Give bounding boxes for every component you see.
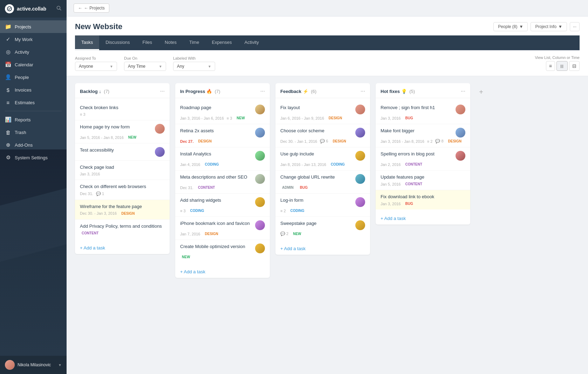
col-more-button[interactable]: ··· <box>461 88 465 94</box>
avatar <box>355 197 365 207</box>
sidebar-item-activity[interactable]: ◎ Activity <box>0 46 67 58</box>
tag-content: CONTENT <box>404 182 424 186</box>
sidebar-item-settings[interactable]: ⚙ System Settings <box>0 151 67 164</box>
sidebar-item-projects[interactable]: 📁 Projects <box>0 20 67 33</box>
sidebar-item-people[interactable]: 👤 People <box>0 71 67 84</box>
avatar <box>255 174 265 184</box>
project-area: New Website People (8) ▼ Project Info ▼ … <box>67 16 588 374</box>
sidebar-item-label: Add-Ons <box>15 142 33 148</box>
sidebar-item-reports[interactable]: 📊 Reports <box>0 113 67 126</box>
task-date: Dec 31. <box>80 192 93 196</box>
add-task-button[interactable]: + Add a task <box>275 242 370 255</box>
sidebar-item-estimates[interactable]: ≡ Estimates <box>0 96 67 109</box>
task-comment-count: 💬 6 <box>320 139 328 143</box>
list-view-button[interactable]: ≡ <box>546 61 555 71</box>
sidebar-item-trash[interactable]: 🗑 Trash <box>0 126 67 139</box>
tag-new: NEW <box>127 135 138 140</box>
tag-content: CONTENT <box>404 162 424 167</box>
column-view-button[interactable]: ⫼ <box>556 61 568 71</box>
tab-files[interactable]: Files <box>136 35 158 50</box>
settings-icon: ⚙ <box>5 154 11 161</box>
add-task-button[interactable]: + Add a task <box>376 212 470 225</box>
task-item[interactable]: Spelling errors in blog post Jan 2, 2016… <box>376 147 470 171</box>
task-item[interactable]: Check broken links ≡ 3 <box>75 101 170 120</box>
sidebar-item-mywork[interactable]: ✓ My Work <box>0 33 67 46</box>
col-more-button[interactable]: ··· <box>260 88 265 94</box>
col-more-button[interactable]: ··· <box>160 88 165 94</box>
task-name: Sweepstake page <box>280 220 353 227</box>
task-item[interactable]: Check on different web browsers Dec 31. … <box>75 180 170 200</box>
task-date: Dec 30. - Jan 3, 2016 <box>80 211 117 215</box>
task-item[interactable]: Add sharing widgets ≡ 3 CODING <box>175 194 270 217</box>
project-info-button[interactable]: Project Info ▼ <box>531 22 567 31</box>
tag-bug: BUG <box>404 116 415 120</box>
tab-time[interactable]: Time <box>183 35 205 50</box>
sidebar-item-addons[interactable]: ⊕ Add-Ons <box>0 139 67 151</box>
task-item[interactable]: Update features page Jan 5, 2016 CONTENT <box>376 171 470 190</box>
task-date: Jan 4, 2016 <box>180 162 200 167</box>
tab-activity[interactable]: Activity <box>238 35 265 50</box>
task-item[interactable]: Add Privacy Policy, terms and conditions… <box>75 220 170 239</box>
tab-tasks[interactable]: Tasks <box>75 35 99 50</box>
assigned-to-select[interactable]: Anyone ▼ <box>75 62 117 71</box>
assigned-to-label: Assigned To <box>75 56 117 60</box>
add-task-button[interactable]: + Add a task <box>75 242 170 254</box>
task-item[interactable]: Test accessibility <box>75 143 170 161</box>
task-name: Update features page <box>381 174 465 180</box>
tab-discussions[interactable]: Discussions <box>99 35 136 50</box>
col-more-button[interactable]: ··· <box>361 88 365 94</box>
task-item[interactable]: Check page load Jan 3, 2016 <box>75 161 170 180</box>
app-logo[interactable]: active.collab <box>5 4 46 13</box>
task-item[interactable]: Wireframe for the feature page Dec 30. -… <box>75 200 170 220</box>
task-item[interactable]: iPhone bookmark icon and favicon Jan 7, … <box>175 217 270 240</box>
task-item[interactable]: Home page try now form Jan 5, 2016 - Jan… <box>75 120 170 143</box>
sidebar-item-calendar[interactable]: 📅 Calendar <box>0 58 67 71</box>
back-to-projects-button[interactable]: ← ← Projects <box>74 4 109 13</box>
task-name: Make font bigger <box>381 128 453 134</box>
task-name: Create Mobile optimized version <box>180 243 252 250</box>
add-column-button[interactable]: + <box>476 83 486 96</box>
tab-notes[interactable]: Notes <box>158 35 183 50</box>
due-on-select[interactable]: Any Time ▼ <box>124 62 166 71</box>
search-icon[interactable] <box>56 5 62 12</box>
task-item[interactable]: Roadmap page Jan 3, 2016 - Jan 6, 2016 ≡… <box>175 101 270 124</box>
labeled-with-filter: Labeled With Any ▼ <box>173 56 215 71</box>
more-options-button[interactable]: ··· <box>570 22 580 31</box>
add-task-button[interactable]: + Add a task <box>175 266 270 278</box>
people-button[interactable]: People (8) ▼ <box>493 22 528 31</box>
tab-expenses[interactable]: Expenses <box>205 35 238 50</box>
sidebar-header: active.collab <box>0 0 67 18</box>
task-item[interactable]: Remove ; sign from first h1 Jan 3, 2016 … <box>376 101 470 124</box>
task-item[interactable]: Change global URL rewrite ADMIN BUG <box>275 171 370 194</box>
avatar <box>255 105 265 114</box>
task-item[interactable]: Sweepstake page 💬 2 NEW <box>275 217 370 240</box>
time-view-button[interactable]: ⊟ <box>569 61 580 71</box>
task-name: Fix layout <box>280 105 353 111</box>
task-name: Choose color scheme <box>280 128 353 134</box>
task-item[interactable]: Meta descriptions and other SEO Dec 31. … <box>175 171 270 194</box>
task-date: Jan 8, 2016 - Jan 13, 2016 <box>280 162 326 167</box>
task-subtask-count: ≡ 2 <box>280 209 286 213</box>
user-profile[interactable]: Nikola Milasinovic ▼ <box>0 356 67 374</box>
task-item[interactable]: Create Mobile optimized version NEW <box>175 240 270 263</box>
sidebar-item-invoices[interactable]: $ Invoices <box>0 84 67 96</box>
task-comment-count: 💬 1 <box>96 192 104 196</box>
tag-new: NEW <box>180 255 192 259</box>
task-item[interactable]: Install Analytics Jan 4, 2016 CODING <box>175 147 270 171</box>
task-item[interactable]: Fix layout Jan 6, 2016 - Jan 9, 2016 DES… <box>275 101 370 124</box>
task-item[interactable]: Make font bigger Jan 3, 2016 - Jan 8, 20… <box>376 124 470 147</box>
task-date: Dec 31. <box>180 186 193 190</box>
back-icon: ← <box>78 6 82 11</box>
invoices-icon: $ <box>5 87 11 93</box>
sidebar-item-label: People <box>15 75 29 80</box>
labeled-with-select[interactable]: Any ▼ <box>173 62 215 71</box>
people-icon: 👤 <box>5 74 11 80</box>
task-item[interactable]: Choose color scheme Dec 30. - Jan 1, 201… <box>275 124 370 147</box>
avatar <box>255 197 265 207</box>
task-item[interactable]: Log-in form ≡ 2 CODING <box>275 194 370 217</box>
task-item[interactable]: Use gulp include Jan 8, 2016 - Jan 13, 2… <box>275 147 370 171</box>
task-item[interactable]: Retina 2x assets Dec 27. DESIGN <box>175 124 270 147</box>
task-item[interactable]: Fix download link to ebook Jan 3, 2016 B… <box>376 190 470 209</box>
project-title: New Website <box>75 22 122 31</box>
col-icon: ↓ <box>99 89 101 94</box>
